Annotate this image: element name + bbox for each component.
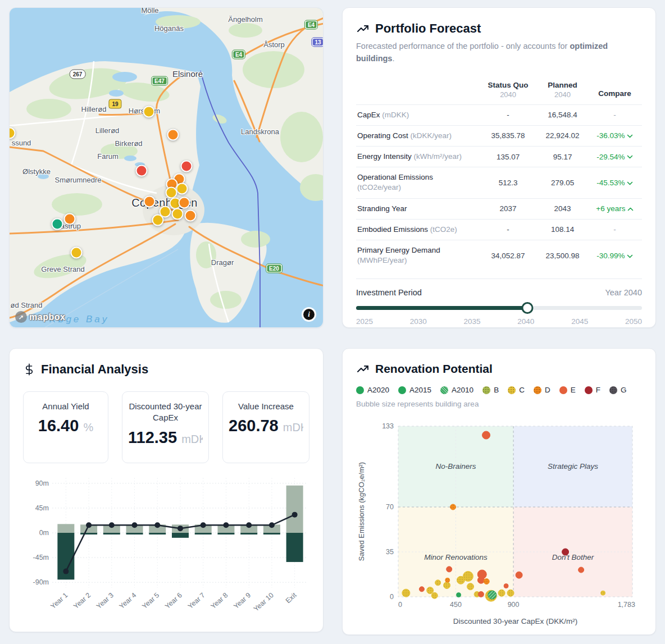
outflow-bar[interactable] xyxy=(126,533,143,535)
metric-label: Operational Emissions (tCO2e/year) xyxy=(356,167,479,198)
mapbox-logo[interactable]: ➚ mapbox xyxy=(15,311,65,323)
cashflow-chart[interactable]: 90m45m0m-45m-90mYear 1Year 2Year 3Year 4… xyxy=(23,473,311,625)
slider-tick-labels: 202520302035204020452050 xyxy=(356,317,642,326)
quadrant-label: No-Brainers xyxy=(436,462,476,471)
net-cashflow-point[interactable] xyxy=(132,522,138,528)
outflow-bar[interactable] xyxy=(149,533,166,535)
building-bubble-C[interactable] xyxy=(444,582,450,588)
building-bubble-D[interactable] xyxy=(484,579,489,584)
building-bubble-C[interactable] xyxy=(601,591,605,595)
building-bubble-E[interactable] xyxy=(447,567,452,572)
net-cashflow-point[interactable] xyxy=(223,522,229,528)
building-bubble-C[interactable] xyxy=(463,571,473,581)
legend-item-C[interactable]: C xyxy=(508,386,525,394)
legend-label: D xyxy=(545,386,550,394)
building-map-marker[interactable] xyxy=(136,165,148,177)
building-bubble-A2010[interactable] xyxy=(488,591,497,599)
compare-value[interactable]: -30.99% xyxy=(587,240,642,271)
net-cashflow-point[interactable] xyxy=(177,526,183,531)
building-bubble-C[interactable] xyxy=(507,590,514,596)
legend-item-G[interactable]: G xyxy=(609,386,627,394)
net-cashflow-point[interactable] xyxy=(246,522,252,528)
compare-value[interactable]: -36.03% xyxy=(587,125,642,146)
building-map-marker[interactable] xyxy=(71,247,83,259)
mapbox-logo-icon: ➚ xyxy=(15,311,27,323)
net-cashflow-point[interactable] xyxy=(201,522,206,528)
building-map-marker[interactable] xyxy=(167,129,179,141)
net-cashflow-point[interactable] xyxy=(269,522,275,528)
inflow-bar[interactable] xyxy=(286,486,303,533)
x-axis-title: Discounted 30-year CapEx (DKK/m²) xyxy=(453,617,577,625)
building-map-marker[interactable] xyxy=(52,218,63,230)
outflow-bar[interactable] xyxy=(195,533,212,535)
net-cashflow-point[interactable] xyxy=(63,569,69,574)
building-bubble-C[interactable] xyxy=(498,590,505,596)
building-map-marker[interactable] xyxy=(172,208,184,220)
metric-column-header xyxy=(356,77,479,105)
building-bubble-D[interactable] xyxy=(445,578,450,582)
compare-value[interactable]: -29.54% xyxy=(587,146,642,167)
building-bubble-C[interactable] xyxy=(431,592,438,599)
outflow-bar[interactable] xyxy=(103,533,120,535)
legend-label: B xyxy=(494,386,499,394)
compare-value[interactable]: -45.53% xyxy=(587,167,642,198)
outflow-bar[interactable] xyxy=(217,533,234,535)
building-bubble-C[interactable] xyxy=(402,589,410,597)
outflow-bar[interactable] xyxy=(286,533,303,562)
building-map-marker[interactable] xyxy=(176,183,188,195)
planned-value: 23,500.98 xyxy=(538,240,587,271)
outflow-bar[interactable] xyxy=(172,533,189,538)
building-bubble-E[interactable] xyxy=(477,570,486,579)
map-canvas[interactable] xyxy=(10,8,324,328)
building-map-marker[interactable] xyxy=(179,197,190,209)
building-bubble-D[interactable] xyxy=(450,504,456,510)
building-bubble-E[interactable] xyxy=(504,584,508,588)
building-map-marker[interactable] xyxy=(64,213,76,225)
building-bubble-E[interactable] xyxy=(478,591,484,597)
legend-item-B[interactable]: B xyxy=(482,386,499,394)
compare-value[interactable]: +6 years xyxy=(587,198,642,219)
legend-item-E[interactable]: E xyxy=(559,386,576,394)
map-panel: MölleHöganäsÄngelholmÅstorpElsinoreHille… xyxy=(9,7,324,328)
slider-handle[interactable] xyxy=(522,302,534,314)
building-bubble-C[interactable] xyxy=(435,580,441,586)
building-map-marker[interactable] xyxy=(185,210,197,222)
stat-card-annual-yield: Annual Yield 16.40 % xyxy=(23,391,108,463)
net-cashflow-point[interactable] xyxy=(86,522,92,528)
legend-item-F[interactable]: F xyxy=(585,386,600,394)
portfolio-forecast-panel: Portfolio Forecast Forecasted performanc… xyxy=(342,7,656,328)
trending-up-icon xyxy=(356,22,370,35)
chevron-up-icon xyxy=(627,207,634,211)
building-map-marker[interactable] xyxy=(152,214,164,226)
building-bubble-E[interactable] xyxy=(579,567,584,573)
investment-period-slider[interactable] xyxy=(356,304,642,312)
building-bubble-F[interactable] xyxy=(562,549,569,555)
building-map-marker[interactable] xyxy=(181,161,193,172)
renovation-bubble-chart[interactable]: No-BrainersStrategic PlaysMinor Renovati… xyxy=(356,413,643,637)
inflow-bar[interactable] xyxy=(57,524,74,533)
legend-item-D[interactable]: D xyxy=(534,386,550,394)
net-cashflow-point[interactable] xyxy=(292,512,298,518)
status-quo-value: 512.3 xyxy=(479,167,538,198)
building-bubble-E[interactable] xyxy=(516,572,522,578)
building-bubble-E[interactable] xyxy=(482,431,490,439)
building-map-marker[interactable] xyxy=(143,106,155,118)
outflow-bar[interactable] xyxy=(240,533,257,535)
building-map-marker[interactable] xyxy=(144,196,156,208)
outflow-bar[interactable] xyxy=(263,533,280,535)
renovation-potential-panel: Renovation Potential A2020A2015A2010BCDE… xyxy=(342,348,656,635)
building-bubble-C[interactable] xyxy=(467,583,474,590)
map-info-button[interactable]: i xyxy=(302,307,316,322)
outflow-bar[interactable] xyxy=(80,533,97,535)
building-bubble-A2015[interactable] xyxy=(457,593,461,597)
net-cashflow-point[interactable] xyxy=(109,522,115,528)
legend-item-A2010[interactable]: A2010 xyxy=(440,386,473,394)
legend-item-A2020[interactable]: A2020 xyxy=(356,386,389,394)
legend-item-A2015[interactable]: A2015 xyxy=(398,386,431,394)
building-bubble-E[interactable] xyxy=(419,587,424,592)
planned-value: 279.05 xyxy=(538,167,587,198)
building-map-marker[interactable] xyxy=(166,187,177,199)
building-bubble-C[interactable] xyxy=(427,587,434,594)
x-axis-tick-label: Year 6 xyxy=(163,591,184,610)
net-cashflow-point[interactable] xyxy=(154,522,160,528)
